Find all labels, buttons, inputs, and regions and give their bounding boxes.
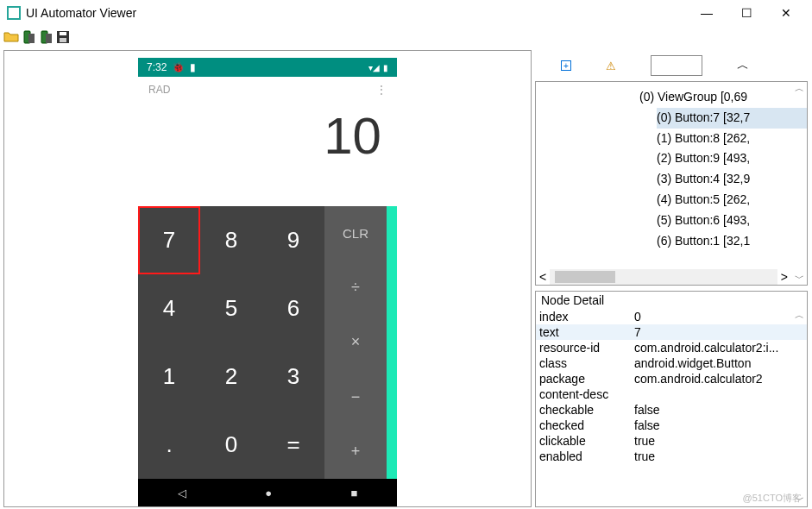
app-icon	[7, 6, 21, 20]
nav-recents-icon[interactable]: ■	[350, 487, 357, 500]
detail-value: android.widget.Button	[631, 355, 807, 371]
window-titlebar: UI Automator Viewer — ☐ ✕	[0, 0, 812, 26]
detail-row[interactable]: resource-idcom.android.calculator2:i...	[536, 340, 807, 355]
detail-vertical-scrollbar[interactable]: ︿﹀	[791, 309, 807, 506]
key-4[interactable]: 4	[138, 274, 200, 342]
advanced-panel-handle[interactable]	[387, 206, 397, 479]
key-divide[interactable]: ÷	[324, 261, 387, 315]
window-maximize-button[interactable]: ☐	[736, 6, 757, 20]
detail-key: content-desc	[536, 386, 631, 402]
collapse-up-icon[interactable]: ︿	[737, 58, 749, 73]
detail-key: checkable	[536, 402, 631, 418]
tree-vertical-scrollbar[interactable]: ︿﹀	[791, 82, 807, 285]
key-7[interactable]: 7	[138, 206, 200, 274]
key-equals[interactable]: =	[262, 411, 324, 479]
key-dot[interactable]: .	[138, 411, 200, 479]
detail-key: checked	[536, 418, 631, 433]
detail-key: class	[536, 355, 631, 371]
tree-toolbar: + ⚠ ︿	[535, 50, 808, 81]
detail-key: text	[536, 324, 631, 340]
tree-node[interactable]: (4) Button:5 [262,	[657, 190, 807, 211]
detail-value: true	[631, 449, 807, 464]
detail-value: 0	[631, 309, 807, 324]
detail-row[interactable]: text7	[536, 324, 807, 340]
calculator-mode-bar: RAD ⋮	[138, 77, 397, 103]
detail-value: true	[631, 433, 807, 449]
key-2[interactable]: 2	[200, 342, 262, 411]
toggle-naf-icon[interactable]: ⚠	[606, 60, 616, 72]
key-1[interactable]: 1	[138, 342, 200, 411]
search-input[interactable]	[651, 55, 702, 76]
device-dump-compressed-icon[interactable]	[38, 29, 54, 45]
overflow-menu-icon: ⋮	[376, 84, 387, 96]
key-plus[interactable]: +	[324, 424, 387, 479]
detail-row[interactable]: checkedfalse	[536, 418, 807, 433]
key-clr[interactable]: CLR	[324, 206, 387, 261]
watermark-text: @51CTO博客	[743, 492, 802, 505]
window-minimize-button[interactable]: —	[696, 6, 717, 20]
tree-node[interactable]: (0) ViewGroup [0,69	[639, 87, 807, 108]
key-minus[interactable]: −	[324, 370, 387, 424]
window-close-button[interactable]: ✕	[776, 6, 796, 20]
status-wifi-icon: ▾◢	[368, 63, 380, 72]
key-8[interactable]: 8	[200, 206, 262, 274]
screenshot-pane[interactable]: 7:32 🐞 ▮ ▾◢ ▮ RAD ⋮ 10 7 8	[3, 50, 532, 507]
key-multiply[interactable]: ×	[324, 315, 387, 369]
detail-row[interactable]: index0	[536, 309, 807, 324]
detail-row[interactable]: classandroid.widget.Button	[536, 355, 807, 371]
svg-rect-3	[46, 34, 52, 43]
tree-node[interactable]: (5) Button:6 [493,	[657, 211, 807, 231]
status-battery-icon: ▮	[383, 63, 388, 72]
detail-key: index	[536, 309, 631, 324]
detail-row[interactable]: checkablefalse	[536, 402, 807, 418]
status-sim-icon: ▮	[190, 61, 196, 73]
detail-key: package	[536, 371, 631, 386]
tree-node[interactable]: (3) Button:4 [32,9	[657, 169, 807, 190]
key-9[interactable]: 9	[262, 206, 324, 274]
open-folder-icon[interactable]	[3, 29, 19, 45]
status-time: 7:32	[147, 61, 167, 73]
calculator-display: 10	[138, 103, 397, 206]
tree-node[interactable]: (2) Button:9 [493,	[657, 148, 807, 169]
nav-home-icon[interactable]: ●	[265, 487, 272, 500]
key-5[interactable]: 5	[200, 274, 262, 342]
detail-value: com.android.calculator2:i...	[631, 340, 807, 355]
key-6[interactable]: 6	[262, 274, 324, 342]
toolbar	[0, 26, 812, 48]
window-title: UI Automator Viewer	[26, 6, 136, 20]
device-screenshot: 7:32 🐞 ▮ ▾◢ ▮ RAD ⋮ 10 7 8	[138, 58, 397, 506]
detail-value: false	[631, 402, 807, 418]
device-navbar: ◁ ● ■	[138, 479, 397, 506]
detail-value: false	[631, 418, 807, 433]
hierarchy-tree[interactable]: (0) ViewGroup [0,69(0) Button:7 [32,7(1)…	[535, 81, 808, 286]
expand-all-icon[interactable]: +	[561, 60, 571, 71]
device-dump-icon[interactable]	[21, 29, 36, 45]
tree-node[interactable]: (1) Button:8 [262,	[657, 129, 807, 149]
calculator-keypad: 7 8 9 4 5 6 1 2 3 . 0 = CLR ÷ ×	[138, 206, 397, 479]
status-bug-icon: 🐞	[172, 61, 185, 73]
detail-value: com.android.calculator2	[631, 371, 807, 386]
node-detail-title: Node Detail	[535, 291, 808, 309]
detail-key: resource-id	[536, 340, 631, 355]
nav-back-icon[interactable]: ◁	[178, 487, 186, 500]
tree-horizontal-scrollbar[interactable]: < >	[536, 269, 791, 285]
svg-rect-1	[28, 34, 35, 43]
detail-row[interactable]: content-desc	[536, 386, 807, 402]
key-3[interactable]: 3	[262, 342, 324, 411]
detail-row[interactable]: clickabletrue	[536, 433, 807, 449]
detail-row[interactable]: packagecom.android.calculator2	[536, 371, 807, 386]
detail-key: clickable	[536, 433, 631, 449]
rad-label: RAD	[148, 84, 170, 96]
node-detail-panel: index0text7resource-idcom.android.calcul…	[535, 309, 808, 507]
svg-rect-5	[60, 32, 66, 35]
tree-node[interactable]: (6) Button:1 [32,1	[657, 231, 807, 252]
detail-row[interactable]: enabledtrue	[536, 449, 807, 464]
device-statusbar: 7:32 🐞 ▮ ▾◢ ▮	[138, 58, 397, 77]
save-icon[interactable]	[55, 29, 71, 45]
svg-rect-6	[60, 38, 66, 42]
detail-value	[631, 386, 807, 402]
detail-key: enabled	[536, 449, 631, 464]
key-0[interactable]: 0	[200, 411, 262, 479]
display-value: 10	[324, 106, 381, 166]
tree-node[interactable]: (0) Button:7 [32,7	[657, 108, 807, 129]
